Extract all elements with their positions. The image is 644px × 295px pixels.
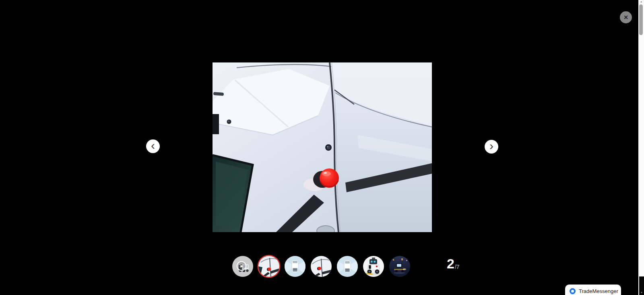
top-view-alt-thumbnail-graphic [337, 256, 358, 277]
scrollbar-bottom-track: ▼ [638, 276, 644, 295]
thumbnail-7-night-scene[interactable] [389, 256, 410, 277]
thumbnail-1-video[interactable]: ▶ [232, 256, 253, 277]
panel-thumbnail-graphic [311, 256, 332, 277]
detail-thumbnail-graphic [258, 256, 279, 277]
thumbnail-5-top-view[interactable] [337, 256, 358, 277]
scrollbar-up-icon[interactable]: ▲ [638, 0, 644, 3]
trade-messenger-label: TradeMessenger [579, 288, 618, 294]
trade-messenger-widget[interactable]: TradeMessenger [565, 285, 621, 295]
night-scene-thumbnail-graphic [389, 256, 410, 277]
vertical-scrollbar[interactable]: ▲ ▼ [638, 0, 644, 295]
main-product-image[interactable] [213, 62, 432, 232]
lightbox-overlay: ✕ ‹ › ▶ [0, 0, 644, 295]
next-image-button[interactable]: › [485, 140, 498, 154]
counter-current: 2 [447, 257, 454, 270]
top-view-thumbnail-graphic [285, 256, 305, 277]
chevron-right-icon: › [489, 146, 493, 148]
robot-thumbnail-graphic [363, 256, 384, 277]
thumbnail-strip: ▶ [232, 256, 410, 277]
thumbnail-2-selected[interactable] [258, 256, 279, 277]
thumbnail-6-robot-front[interactable] [363, 256, 384, 277]
product-photo-illustration [213, 62, 432, 232]
close-button[interactable]: ✕ [620, 11, 632, 23]
image-counter: 2 /7 [447, 257, 460, 270]
prev-image-button[interactable]: ‹ [146, 139, 160, 153]
sensor-dot-graphic [325, 144, 332, 151]
counter-total: /7 [455, 264, 460, 270]
chevron-left-icon: ‹ [151, 145, 155, 148]
trade-messenger-icon [570, 288, 576, 294]
thumbnail-4-panel-detail[interactable] [311, 256, 332, 277]
play-icon: ▶ [237, 261, 246, 271]
close-icon: ✕ [623, 14, 628, 21]
scrollbar-down-icon[interactable]: ▼ [639, 291, 644, 294]
thumbnail-3-top-view[interactable] [285, 256, 305, 277]
scrollbar-thumb[interactable] [639, 4, 643, 35]
